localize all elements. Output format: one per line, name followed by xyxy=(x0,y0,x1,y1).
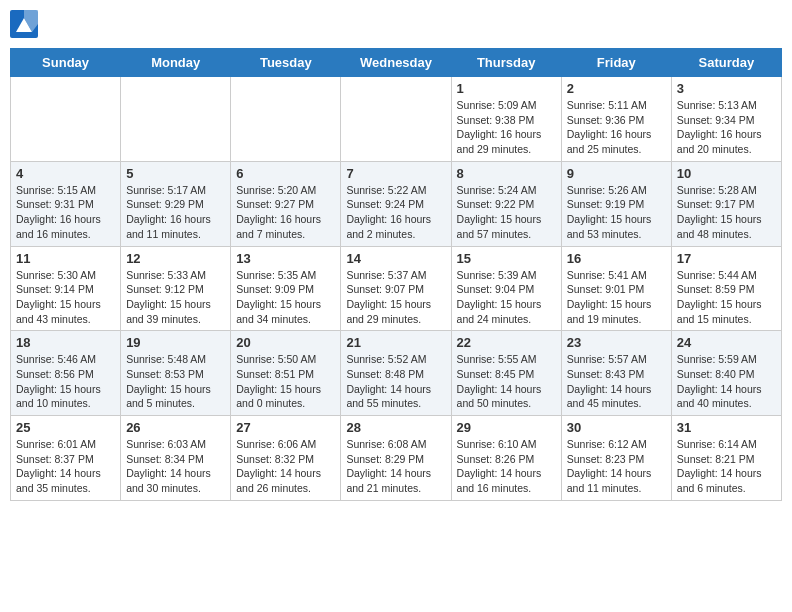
day-info: Sunrise: 5:59 AMSunset: 8:40 PMDaylight:… xyxy=(677,352,776,411)
day-number: 16 xyxy=(567,251,666,266)
day-number: 2 xyxy=(567,81,666,96)
day-header-tuesday: Tuesday xyxy=(231,49,341,77)
day-number: 30 xyxy=(567,420,666,435)
day-info: Sunrise: 6:10 AMSunset: 8:26 PMDaylight:… xyxy=(457,437,556,496)
day-info: Sunrise: 6:08 AMSunset: 8:29 PMDaylight:… xyxy=(346,437,445,496)
day-number: 27 xyxy=(236,420,335,435)
calendar-cell: 23Sunrise: 5:57 AMSunset: 8:43 PMDayligh… xyxy=(561,331,671,416)
day-info: Sunrise: 6:12 AMSunset: 8:23 PMDaylight:… xyxy=(567,437,666,496)
logo-icon xyxy=(10,10,38,38)
day-info: Sunrise: 6:14 AMSunset: 8:21 PMDaylight:… xyxy=(677,437,776,496)
day-number: 29 xyxy=(457,420,556,435)
calendar-cell: 2Sunrise: 5:11 AMSunset: 9:36 PMDaylight… xyxy=(561,77,671,162)
calendar-cell: 21Sunrise: 5:52 AMSunset: 8:48 PMDayligh… xyxy=(341,331,451,416)
calendar-cell: 11Sunrise: 5:30 AMSunset: 9:14 PMDayligh… xyxy=(11,246,121,331)
calendar-week-4: 18Sunrise: 5:46 AMSunset: 8:56 PMDayligh… xyxy=(11,331,782,416)
calendar-cell: 6Sunrise: 5:20 AMSunset: 9:27 PMDaylight… xyxy=(231,161,341,246)
calendar-cell: 17Sunrise: 5:44 AMSunset: 8:59 PMDayligh… xyxy=(671,246,781,331)
day-info: Sunrise: 5:46 AMSunset: 8:56 PMDaylight:… xyxy=(16,352,115,411)
day-number: 18 xyxy=(16,335,115,350)
day-info: Sunrise: 5:11 AMSunset: 9:36 PMDaylight:… xyxy=(567,98,666,157)
calendar-cell xyxy=(341,77,451,162)
day-number: 23 xyxy=(567,335,666,350)
day-number: 6 xyxy=(236,166,335,181)
day-header-friday: Friday xyxy=(561,49,671,77)
day-number: 14 xyxy=(346,251,445,266)
logo xyxy=(10,10,42,38)
calendar-cell: 28Sunrise: 6:08 AMSunset: 8:29 PMDayligh… xyxy=(341,416,451,501)
calendar-cell: 13Sunrise: 5:35 AMSunset: 9:09 PMDayligh… xyxy=(231,246,341,331)
day-info: Sunrise: 5:22 AMSunset: 9:24 PMDaylight:… xyxy=(346,183,445,242)
day-info: Sunrise: 5:26 AMSunset: 9:19 PMDaylight:… xyxy=(567,183,666,242)
calendar-cell: 26Sunrise: 6:03 AMSunset: 8:34 PMDayligh… xyxy=(121,416,231,501)
day-number: 1 xyxy=(457,81,556,96)
day-number: 31 xyxy=(677,420,776,435)
day-number: 13 xyxy=(236,251,335,266)
calendar-cell: 14Sunrise: 5:37 AMSunset: 9:07 PMDayligh… xyxy=(341,246,451,331)
calendar-cell: 16Sunrise: 5:41 AMSunset: 9:01 PMDayligh… xyxy=(561,246,671,331)
day-number: 15 xyxy=(457,251,556,266)
day-info: Sunrise: 5:17 AMSunset: 9:29 PMDaylight:… xyxy=(126,183,225,242)
day-number: 17 xyxy=(677,251,776,266)
day-number: 22 xyxy=(457,335,556,350)
day-number: 25 xyxy=(16,420,115,435)
day-number: 3 xyxy=(677,81,776,96)
day-header-monday: Monday xyxy=(121,49,231,77)
calendar-cell: 20Sunrise: 5:50 AMSunset: 8:51 PMDayligh… xyxy=(231,331,341,416)
day-number: 21 xyxy=(346,335,445,350)
day-info: Sunrise: 5:41 AMSunset: 9:01 PMDaylight:… xyxy=(567,268,666,327)
calendar-cell: 27Sunrise: 6:06 AMSunset: 8:32 PMDayligh… xyxy=(231,416,341,501)
day-number: 28 xyxy=(346,420,445,435)
day-info: Sunrise: 6:06 AMSunset: 8:32 PMDaylight:… xyxy=(236,437,335,496)
day-info: Sunrise: 5:39 AMSunset: 9:04 PMDaylight:… xyxy=(457,268,556,327)
day-number: 12 xyxy=(126,251,225,266)
day-number: 24 xyxy=(677,335,776,350)
calendar-cell xyxy=(11,77,121,162)
day-number: 26 xyxy=(126,420,225,435)
calendar-cell: 7Sunrise: 5:22 AMSunset: 9:24 PMDaylight… xyxy=(341,161,451,246)
calendar-cell: 3Sunrise: 5:13 AMSunset: 9:34 PMDaylight… xyxy=(671,77,781,162)
calendar-cell: 5Sunrise: 5:17 AMSunset: 9:29 PMDaylight… xyxy=(121,161,231,246)
day-info: Sunrise: 6:01 AMSunset: 8:37 PMDaylight:… xyxy=(16,437,115,496)
calendar-cell: 25Sunrise: 6:01 AMSunset: 8:37 PMDayligh… xyxy=(11,416,121,501)
day-info: Sunrise: 5:30 AMSunset: 9:14 PMDaylight:… xyxy=(16,268,115,327)
day-number: 7 xyxy=(346,166,445,181)
day-header-saturday: Saturday xyxy=(671,49,781,77)
day-info: Sunrise: 5:28 AMSunset: 9:17 PMDaylight:… xyxy=(677,183,776,242)
calendar-cell: 10Sunrise: 5:28 AMSunset: 9:17 PMDayligh… xyxy=(671,161,781,246)
calendar-cell: 30Sunrise: 6:12 AMSunset: 8:23 PMDayligh… xyxy=(561,416,671,501)
day-number: 11 xyxy=(16,251,115,266)
calendar-cell: 12Sunrise: 5:33 AMSunset: 9:12 PMDayligh… xyxy=(121,246,231,331)
calendar-week-2: 4Sunrise: 5:15 AMSunset: 9:31 PMDaylight… xyxy=(11,161,782,246)
calendar-cell: 22Sunrise: 5:55 AMSunset: 8:45 PMDayligh… xyxy=(451,331,561,416)
day-info: Sunrise: 5:48 AMSunset: 8:53 PMDaylight:… xyxy=(126,352,225,411)
day-info: Sunrise: 5:13 AMSunset: 9:34 PMDaylight:… xyxy=(677,98,776,157)
calendar-header-row: SundayMondayTuesdayWednesdayThursdayFrid… xyxy=(11,49,782,77)
calendar-cell: 1Sunrise: 5:09 AMSunset: 9:38 PMDaylight… xyxy=(451,77,561,162)
day-info: Sunrise: 5:35 AMSunset: 9:09 PMDaylight:… xyxy=(236,268,335,327)
day-number: 8 xyxy=(457,166,556,181)
calendar-cell: 31Sunrise: 6:14 AMSunset: 8:21 PMDayligh… xyxy=(671,416,781,501)
calendar-cell xyxy=(121,77,231,162)
calendar-cell: 18Sunrise: 5:46 AMSunset: 8:56 PMDayligh… xyxy=(11,331,121,416)
day-number: 4 xyxy=(16,166,115,181)
calendar-week-3: 11Sunrise: 5:30 AMSunset: 9:14 PMDayligh… xyxy=(11,246,782,331)
day-info: Sunrise: 5:09 AMSunset: 9:38 PMDaylight:… xyxy=(457,98,556,157)
calendar-cell: 24Sunrise: 5:59 AMSunset: 8:40 PMDayligh… xyxy=(671,331,781,416)
day-info: Sunrise: 5:44 AMSunset: 8:59 PMDaylight:… xyxy=(677,268,776,327)
page-header xyxy=(10,10,782,38)
calendar-cell: 29Sunrise: 6:10 AMSunset: 8:26 PMDayligh… xyxy=(451,416,561,501)
day-number: 19 xyxy=(126,335,225,350)
calendar-cell: 4Sunrise: 5:15 AMSunset: 9:31 PMDaylight… xyxy=(11,161,121,246)
day-number: 20 xyxy=(236,335,335,350)
calendar-cell: 8Sunrise: 5:24 AMSunset: 9:22 PMDaylight… xyxy=(451,161,561,246)
day-header-thursday: Thursday xyxy=(451,49,561,77)
day-info: Sunrise: 5:33 AMSunset: 9:12 PMDaylight:… xyxy=(126,268,225,327)
calendar-cell: 19Sunrise: 5:48 AMSunset: 8:53 PMDayligh… xyxy=(121,331,231,416)
day-info: Sunrise: 5:20 AMSunset: 9:27 PMDaylight:… xyxy=(236,183,335,242)
day-info: Sunrise: 5:37 AMSunset: 9:07 PMDaylight:… xyxy=(346,268,445,327)
calendar-table: SundayMondayTuesdayWednesdayThursdayFrid… xyxy=(10,48,782,501)
day-header-wednesday: Wednesday xyxy=(341,49,451,77)
calendar-cell xyxy=(231,77,341,162)
day-info: Sunrise: 5:15 AMSunset: 9:31 PMDaylight:… xyxy=(16,183,115,242)
